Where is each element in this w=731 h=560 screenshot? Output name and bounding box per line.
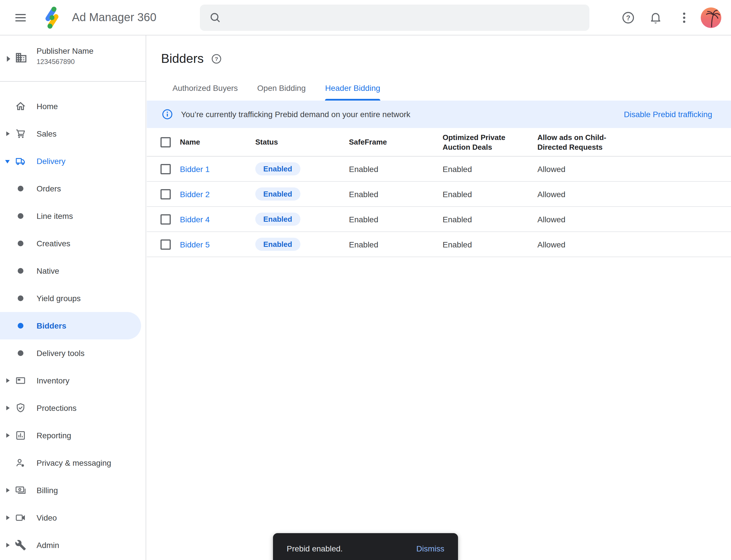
sidebar-item-line-items[interactable]: Line items [0,202,146,230]
table-header-row: Name Status SafeFrame Optimized Private … [147,128,731,157]
home-icon [15,101,26,112]
sidebar-item-protections[interactable]: Protections [0,394,146,422]
select-all-checkbox[interactable] [161,137,171,147]
safeframe-value: Enabled [349,215,442,224]
ad-manager-app: Ad Manager 360 ? [0,0,731,560]
bidder-link[interactable]: Bidder 5 [180,240,255,249]
svg-text:?: ? [626,14,630,22]
sidebar-item-delivery-tools[interactable]: Delivery tools [0,339,146,367]
info-icon [162,109,173,120]
sidebar-item-label: Protections [37,403,77,413]
child-directed-value: Allowed [537,240,717,249]
publisher-id: 1234567890 [37,58,93,66]
notifications-bell-icon[interactable] [649,11,662,25]
optimized-deals-value: Enabled [442,164,537,173]
tab-bar: Authorized Buyers Open Bidding Header Bi… [173,83,731,101]
chevron-right-icon [6,378,10,383]
status-badge: Enabled [255,213,300,226]
column-header-safeframe: SafeFrame [349,137,429,147]
dismiss-button[interactable]: Dismiss [416,544,444,553]
bidder-link[interactable]: Bidder 2 [180,189,255,199]
sidebar-item-bidders[interactable]: Bidders [0,312,141,339]
child-directed-value: Allowed [537,215,717,224]
bullet-icon [18,186,23,191]
column-header-name: Name [180,137,255,147]
title-help-icon[interactable]: ? [211,53,222,65]
tab-open-bidding[interactable]: Open Bidding [257,83,306,101]
svg-text:?: ? [215,56,218,62]
sidebar-item-label: Home [37,102,58,111]
help-icon[interactable]: ? [621,11,635,25]
bidder-link[interactable]: Bidder 1 [180,164,255,173]
chevron-down-icon [5,160,10,163]
search-input[interactable] [227,4,589,31]
sidebar-item-yield-groups[interactable]: Yield groups [0,285,146,312]
sidebar-item-label: Orders [37,184,61,193]
sidebar-item-billing[interactable]: Billing [0,477,146,504]
status-badge: Enabled [255,187,300,201]
chevron-right-icon [6,433,10,438]
tab-header-bidding[interactable]: Header Bidding [325,83,380,101]
bullet-icon [18,295,23,301]
snackbar-toast: Prebid enabled. Dismiss [273,533,458,560]
sidebar-item-privacy-messaging[interactable]: Privacy & messaging [0,449,146,477]
chevron-right-icon [6,488,10,493]
chevron-right-icon [6,406,10,410]
publisher-switcher[interactable]: Publisher Name 1234567890 [0,35,146,82]
sidebar-item-native[interactable]: Native [0,257,146,285]
status-badge: Enabled [255,162,300,175]
bullet-icon [18,350,23,356]
sidebar-nav: Publisher Name 1234567890 Home [0,35,146,560]
tab-authorized-buyers[interactable]: Authorized Buyers [173,83,238,101]
optimized-deals-value: Enabled [442,215,537,224]
sidebar-item-video[interactable]: Video [0,504,146,531]
sidebar-item-reporting[interactable]: Reporting [0,422,146,449]
shield-check-icon [15,402,26,414]
prebid-info-banner: You’re currently trafficking Prebid dema… [147,101,731,128]
sidebar-item-home[interactable]: Home [0,93,146,120]
payments-icon [15,485,26,496]
wrench-icon [15,539,26,551]
table-row: Bidder 4 Enabled Enabled Enabled Allowed [147,207,731,232]
ad-unit-icon [15,375,26,386]
sidebar-item-admin[interactable]: Admin [0,531,146,559]
row-checkbox[interactable] [161,214,171,224]
row-checkbox[interactable] [161,239,171,249]
optimized-deals-value: Enabled [442,189,537,199]
user-avatar[interactable] [701,7,721,28]
product-name: Ad Manager 360 [72,11,157,24]
sidebar-item-creatives[interactable]: Creatives [0,230,146,257]
bidder-link[interactable]: Bidder 4 [180,215,255,224]
table-row: Bidder 2 Enabled Enabled Enabled Allowed [147,182,731,207]
sidebar-item-label: Line items [37,211,73,221]
row-checkbox[interactable] [161,164,171,174]
disable-prebid-trafficking-link[interactable]: Disable Prebid trafficking [624,110,712,119]
sidebar-item-sales[interactable]: Sales [0,120,146,147]
safeframe-value: Enabled [349,164,442,173]
building-icon [15,51,27,66]
palm-tree-graphic [701,7,721,28]
sidebar-item-label: Inventory [37,376,69,385]
sidebar-item-inventory[interactable]: Inventory [0,367,146,394]
sidebar-item-label: Native [37,266,59,275]
banner-message: You’re currently trafficking Prebid dema… [181,110,410,119]
sidebar-item-label: Delivery tools [37,349,85,358]
chevron-right-icon [6,515,10,520]
sidebar-item-label: Admin [37,541,59,550]
sidebar-item-orders[interactable]: Orders [0,175,146,202]
column-header-optimized-private-auction-deals: Optimized Private Auction Deals [442,132,522,152]
global-search-bar[interactable] [200,5,589,31]
column-header-status: Status [255,137,335,147]
sidebar-item-delivery[interactable]: Delivery [0,147,146,175]
page-title: Bidders [161,51,204,66]
sidebar-item-label: Delivery [37,157,65,166]
hamburger-menu-icon[interactable] [14,11,27,25]
publisher-name: Publisher Name [37,46,93,55]
ad-manager-logo[interactable]: Ad Manager 360 [40,5,157,29]
search-icon [209,11,222,24]
bullet-icon [18,213,23,219]
more-options-icon[interactable] [677,11,691,25]
video-camera-icon [15,512,26,523]
bullet-icon [18,323,23,329]
row-checkbox[interactable] [161,189,171,199]
